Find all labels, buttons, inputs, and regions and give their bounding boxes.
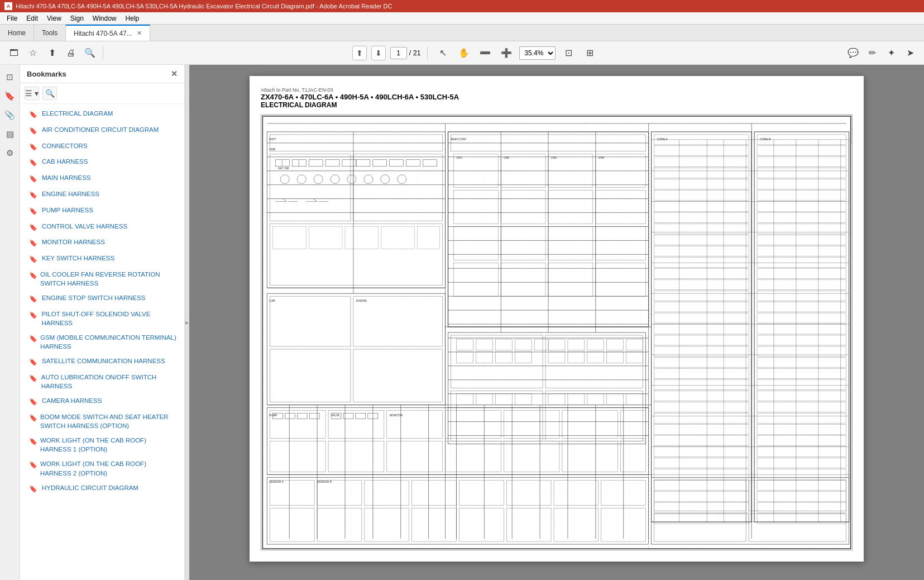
pdf-page: Attach to Part No. T1JAC-EN-03 ZX470-6A … <box>250 76 864 562</box>
sidebar-options-btn[interactable]: ☰ ▾ <box>25 87 39 100</box>
sidebar: Bookmarks ✕ ☰ ▾ 🔍 🔖ELECTRICAL DIAGRAM🔖AI… <box>20 65 185 580</box>
bookmark-flag-icon: 🔖 <box>29 294 37 304</box>
bookmark-flag-icon: 🔖 <box>29 110 37 120</box>
bookmark-label: BOOM MODE SWITCH AND SEAT HEATER SWITCH … <box>40 412 178 430</box>
bookmark-item-2[interactable]: 🔖CONNECTORS <box>20 139 184 155</box>
pdf-area[interactable]: Attach to Part No. T1JAC-EN-03 ZX470-6A … <box>189 65 924 580</box>
bookmark-label: CAMERA HARNESS <box>42 396 102 405</box>
bookmark-label: AUTO LUBRICATION ON/OFF SWITCH HARNESS <box>41 373 178 391</box>
bookmark-flag-icon: 🔖 <box>29 142 37 152</box>
bookmark-item-0[interactable]: 🔖ELECTRICAL DIAGRAM <box>20 106 184 122</box>
bookmark-item-5[interactable]: 🔖ENGINE HARNESS <box>20 187 184 203</box>
bookmark-flag-icon: 🔖 <box>29 374 37 383</box>
bookmark-flag-icon: 🔖 <box>29 255 37 264</box>
menu-item-help[interactable]: Help <box>121 13 144 23</box>
tab-1[interactable]: Tools <box>34 25 66 41</box>
bookmark-item-6[interactable]: 🔖PUMP HARNESS <box>20 203 184 219</box>
menu-item-sign[interactable]: Sign <box>66 13 88 23</box>
bookmark-flag-icon: 🔖 <box>29 460 36 470</box>
tab-0[interactable]: Home <box>0 25 34 41</box>
sidebar-search-btn[interactable]: 🔍 <box>42 87 57 100</box>
bookmark-label: AIR CONDITIONER CIRCUIT DIAGRAM <box>42 125 159 134</box>
bookmark-item-9[interactable]: 🔖KEY SWITCH HARNESS <box>20 251 184 267</box>
bookmark-flag-icon: 🔖 <box>29 174 37 184</box>
bookmark-item-11[interactable]: 🔖ENGINE STOP SWITCH HARNESS <box>20 291 184 307</box>
bookmark-label: PUMP HARNESS <box>42 206 93 215</box>
svg-text:ENGINE: ENGINE <box>356 299 367 302</box>
bookmark-item-13[interactable]: 🔖GSM (MOBILE COMMUNICATION TERMINAL) HAR… <box>20 330 184 354</box>
bookmark-label: CONNECTORS <box>42 141 88 150</box>
search-btn[interactable]: 🔍 <box>82 45 98 61</box>
bookmark-item-19[interactable]: 🔖WORK LIGHT (ON THE CAB ROOF) HARNESS 2 … <box>20 457 184 480</box>
page-number-input[interactable] <box>390 47 407 59</box>
model-line: ZX470-6A • 470LC-6A • 490H-5A • 490LCH-6… <box>261 93 853 101</box>
bookmark-flag-icon: 🔖 <box>29 484 37 494</box>
bookmark-item-8[interactable]: 🔖MONITOR HARNESS <box>20 235 184 251</box>
bookmark-item-10[interactable]: 🔖OIL COOLER FAN REVERSE ROTATION SWITCH … <box>20 267 184 291</box>
sidebar-resize-handle[interactable]: ▶ <box>185 65 189 580</box>
next-page-btn[interactable]: ⬇ <box>371 46 386 60</box>
menu-item-window[interactable]: Window <box>88 13 121 23</box>
bookmark-item-17[interactable]: 🔖BOOM MODE SWITCH AND SEAT HEATER SWITCH… <box>20 410 184 433</box>
share-btn[interactable]: ⬆ <box>44 45 60 61</box>
comment-btn[interactable]: 💬 <box>845 45 861 61</box>
layers-panel-btn[interactable]: ▤ <box>2 126 18 142</box>
bookmark-item-18[interactable]: 🔖WORK LIGHT (ON THE CAB ROOF) HARNESS 1 … <box>20 433 184 457</box>
page-indicator: / 21 <box>390 47 421 59</box>
new-window-btn[interactable]: 🗔 <box>6 45 22 61</box>
tab-2[interactable]: Hitachi 470-5A 47...✕ <box>66 25 150 41</box>
highlight-btn[interactable]: ✏ <box>864 45 880 61</box>
menu-item-edit[interactable]: Edit <box>22 13 42 23</box>
svg-text:CN1: CN1 <box>456 156 462 159</box>
bookmark-item-7[interactable]: 🔖CONTROL VALVE HARNESS <box>20 219 184 235</box>
bookmark-label: SATELLITE COMMUNICATION HARNESS <box>42 356 165 365</box>
bookmark-label: WORK LIGHT (ON THE CAB ROOF) HARNESS 2 (… <box>40 459 178 477</box>
zoom-selector[interactable]: 10%25%35.4%50%75%100%125%150%200% <box>519 46 556 60</box>
print-btn[interactable]: 🖨 <box>63 45 79 61</box>
hand-tool-btn[interactable]: ✋ <box>456 45 472 61</box>
bookmark-label: MONITOR HARNESS <box>42 237 105 246</box>
svg-text:MAIN CONT.: MAIN CONT. <box>451 137 467 141</box>
main-area: ⊡ 🔖 📎 ▤ ⚙ Bookmarks ✕ ☰ ▾ 🔍 🔖ELECTRICAL … <box>0 65 924 580</box>
svg-text:SENSOR B: SENSOR B <box>317 480 332 483</box>
bookmark-flag-icon: 🔖 <box>29 358 37 367</box>
svg-text:SENSOR A: SENSOR A <box>269 480 284 483</box>
bookmark-panel-btn[interactable]: 🔖 <box>2 88 18 104</box>
bookmark-item-12[interactable]: 🔖PILOT SHUT-OFF SOLENOID VALVE HARNESS <box>20 307 184 330</box>
menu-item-view[interactable]: View <box>42 13 66 23</box>
attachment-panel-btn[interactable]: 📎 <box>2 107 18 123</box>
select-tool-btn[interactable]: ↖ <box>434 45 451 61</box>
bookmark-item-3[interactable]: 🔖CAB HARNESS <box>20 154 184 170</box>
svg-text:MONITOR: MONITOR <box>390 413 403 417</box>
zoom-out-btn[interactable]: ➖ <box>477 45 494 61</box>
prev-page-btn[interactable]: ⬆ <box>352 46 367 60</box>
zoom-in-btn[interactable]: ➕ <box>498 45 515 61</box>
svg-text:CAB: CAB <box>269 299 275 302</box>
svg-text:CN2: CN2 <box>504 156 509 159</box>
bookmark-label: ENGINE HARNESS <box>42 189 99 198</box>
marquee-zoom-btn[interactable]: ⊞ <box>581 45 598 61</box>
bookmark-item-14[interactable]: 🔖SATELLITE COMMUNICATION HARNESS <box>20 354 184 370</box>
thumbnail-panel-btn[interactable]: ⊡ <box>2 69 18 85</box>
menu-bar: FileEditViewSignWindowHelp <box>0 12 924 25</box>
bookmark-label: OIL COOLER FAN REVERSE ROTATION SWITCH H… <box>40 270 178 288</box>
svg-text:BATT: BATT <box>269 137 276 141</box>
svg-text:PUMP: PUMP <box>269 413 277 417</box>
electrical-diagram-svg: BATT GND KEY SW MAIN CONT. CN1 CN2 CN3 C… <box>261 115 852 550</box>
sidebar-close-btn[interactable]: ✕ <box>171 69 178 78</box>
tab-bar: HomeToolsHitachi 470-5A 47...✕ <box>0 25 924 41</box>
bookmark-item-15[interactable]: 🔖AUTO LUBRICATION ON/OFF SWITCH HARNESS <box>20 370 184 393</box>
share-doc-btn[interactable]: ➤ <box>902 45 918 61</box>
stamp-btn[interactable]: ✦ <box>883 45 899 61</box>
bookmark-item-16[interactable]: 🔖CAMERA HARNESS <box>20 393 184 410</box>
bookmark-item-1[interactable]: 🔖AIR CONDITIONER CIRCUIT DIAGRAM <box>20 122 184 139</box>
bookmark-flag-icon: 🔖 <box>29 437 36 446</box>
tools-panel-btn[interactable]: ⚙ <box>2 145 18 161</box>
bookmark-item-20[interactable]: 🔖HYDRAULIC CIRCUIT DIAGRAM <box>20 481 184 497</box>
toolbar-right: 💬 ✏ ✦ ➤ <box>845 45 918 61</box>
tab-close-btn[interactable]: ✕ <box>137 30 142 37</box>
fit-page-btn[interactable]: ⊡ <box>560 45 577 61</box>
menu-item-file[interactable]: File <box>2 13 22 23</box>
bookmark-tool-btn[interactable]: ☆ <box>25 45 41 61</box>
bookmark-item-4[interactable]: 🔖MAIN HARNESS <box>20 170 184 187</box>
